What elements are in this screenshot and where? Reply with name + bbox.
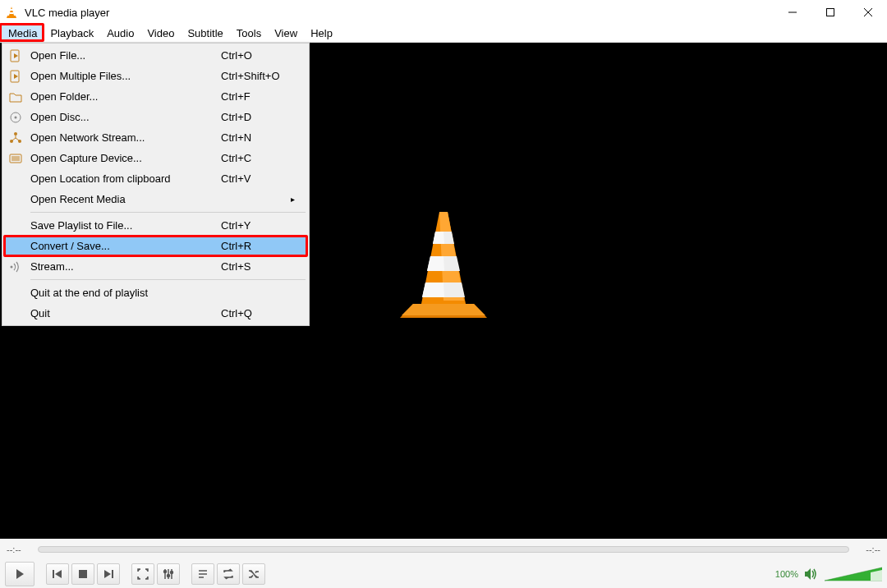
menu-item-label: Open Recent Media — [27, 193, 213, 205]
stop-button[interactable] — [71, 563, 94, 585]
shuffle-button[interactable] — [242, 563, 265, 585]
menu-item-label: Quit — [27, 307, 221, 319]
capture-icon — [4, 152, 27, 165]
speaker-icon[interactable] — [803, 567, 818, 581]
menu-item-shortcut: Ctrl+V — [221, 172, 299, 185]
svg-marker-10 — [402, 304, 485, 315]
previous-button[interactable] — [46, 563, 69, 585]
menu-item-label: Open Folder... — [27, 90, 221, 103]
menu-separator — [30, 212, 306, 213]
menu-item-quit-at-the-end-of-playlist[interactable]: Quit at the end of playlist — [4, 283, 307, 303]
menu-item-shortcut: Ctrl+S — [221, 260, 299, 273]
menu-item-open-file[interactable]: Open File...Ctrl+O — [4, 45, 307, 66]
menu-item-stream[interactable]: Stream...Ctrl+S — [4, 256, 307, 277]
close-button[interactable] — [849, 0, 887, 25]
menu-subtitle[interactable]: Subtitle — [181, 25, 229, 42]
fullscreen-button[interactable] — [131, 563, 154, 585]
menu-item-save-playlist-to-file[interactable]: Save Playlist to File...Ctrl+Y — [4, 215, 307, 236]
menu-item-quit[interactable]: QuitCtrl+Q — [4, 303, 307, 324]
menu-item-label: Open Capture Device... — [27, 152, 221, 164]
menu-item-shortcut: Ctrl+O — [221, 49, 299, 62]
playlist-button[interactable] — [191, 563, 214, 585]
svg-point-42 — [171, 572, 173, 574]
media-menu-dropdown: Open File...Ctrl+OOpen Multiple Files...… — [2, 43, 310, 326]
menu-item-label: Open Disc... — [27, 111, 221, 123]
svg-marker-20 — [14, 53, 18, 58]
menu-item-open-multiple-files[interactable]: Open Multiple Files...Ctrl+Shift+O — [4, 66, 307, 86]
volume-slider[interactable] — [825, 566, 882, 582]
menu-item-shortcut: Ctrl+Y — [221, 219, 299, 232]
svg-point-41 — [168, 575, 170, 577]
svg-point-30 — [11, 265, 13, 268]
menu-video[interactable]: Video — [140, 25, 181, 42]
svg-marker-16 — [433, 232, 444, 244]
menu-separator — [30, 279, 306, 280]
titlebar: VLC media player — [0, 0, 887, 25]
vlc-cone-logo — [390, 207, 497, 326]
disc-icon — [4, 111, 27, 124]
menu-item-shortcut: Ctrl+R — [221, 240, 299, 252]
svg-marker-46 — [805, 568, 811, 580]
svg-rect-36 — [112, 570, 113, 578]
time-total: --:-- — [856, 544, 880, 554]
svg-marker-22 — [14, 74, 18, 79]
menu-item-label: Open Multiple Files... — [27, 70, 221, 82]
menu-item-label: Open File... — [27, 49, 221, 62]
menu-tools[interactable]: Tools — [230, 25, 268, 42]
menu-item-open-location-from-clipboard[interactable]: Open Location from clipboardCtrl+V — [4, 168, 307, 189]
menu-item-open-network-stream[interactable]: Open Network Stream...Ctrl+N — [4, 127, 307, 148]
menu-item-open-folder[interactable]: Open Folder...Ctrl+F — [4, 86, 307, 107]
svg-point-24 — [15, 116, 17, 118]
svg-marker-33 — [55, 570, 62, 578]
menu-item-open-capture-device[interactable]: Open Capture Device...Ctrl+C — [4, 148, 307, 168]
svg-point-40 — [164, 571, 167, 573]
menu-media[interactable]: Media — [2, 25, 44, 42]
seek-slider[interactable] — [38, 546, 849, 553]
file-play-icon — [4, 70, 27, 83]
menu-item-convert-save[interactable]: Convert / Save...Ctrl+R — [4, 236, 307, 256]
window-title: VLC media player — [25, 7, 774, 19]
svg-marker-18 — [422, 283, 444, 297]
menu-item-shortcut: Ctrl+C — [221, 152, 299, 164]
menu-help[interactable]: Help — [304, 25, 339, 42]
svg-point-25 — [14, 132, 17, 136]
svg-marker-35 — [104, 570, 111, 578]
window-controls — [774, 0, 887, 25]
menu-audio[interactable]: Audio — [100, 25, 140, 42]
menu-item-label: Stream... — [27, 260, 221, 273]
svg-marker-17 — [427, 256, 444, 271]
menu-playback[interactable]: Playback — [44, 25, 100, 42]
minimize-button[interactable] — [774, 0, 811, 25]
svg-marker-31 — [16, 569, 24, 579]
play-button[interactable] — [5, 562, 34, 586]
svg-rect-34 — [79, 570, 87, 578]
time-elapsed: --:-- — [7, 544, 31, 554]
menu-item-label: Open Location from clipboard — [27, 172, 221, 185]
menu-view[interactable]: View — [268, 25, 304, 42]
menu-item-label: Quit at the end of playlist — [27, 287, 221, 299]
menu-item-shortcut: Ctrl+Shift+O — [221, 70, 299, 82]
menu-item-open-recent-media[interactable]: Open Recent Media▸ — [4, 189, 307, 209]
loop-button[interactable] — [217, 563, 240, 585]
menu-item-shortcut: Ctrl+D — [221, 111, 299, 123]
seekbar: --:-- --:-- — [0, 539, 887, 560]
next-button[interactable] — [97, 563, 120, 585]
maximize-button[interactable] — [811, 0, 849, 25]
submenu-arrow-icon: ▸ — [291, 195, 299, 204]
folder-icon — [4, 90, 27, 103]
menu-item-label: Save Playlist to File... — [27, 219, 221, 232]
menu-item-shortcut: Ctrl+N — [221, 131, 299, 144]
menu-item-open-disc[interactable]: Open Disc...Ctrl+D — [4, 107, 307, 127]
stream-icon — [4, 260, 27, 273]
menu-item-shortcut: Ctrl+Q — [221, 307, 299, 319]
extended-settings-button[interactable] — [157, 563, 180, 585]
menu-item-label: Open Network Stream... — [27, 131, 221, 144]
volume-percent: 100% — [775, 569, 798, 579]
svg-marker-0 — [9, 7, 14, 16]
svg-rect-2 — [10, 12, 14, 14]
menu-item-shortcut: Ctrl+F — [221, 90, 299, 103]
menu-item-label: Convert / Save... — [27, 240, 221, 252]
file-play-icon — [4, 49, 27, 62]
vlc-cone-icon — [5, 6, 18, 19]
svg-rect-29 — [11, 156, 20, 161]
